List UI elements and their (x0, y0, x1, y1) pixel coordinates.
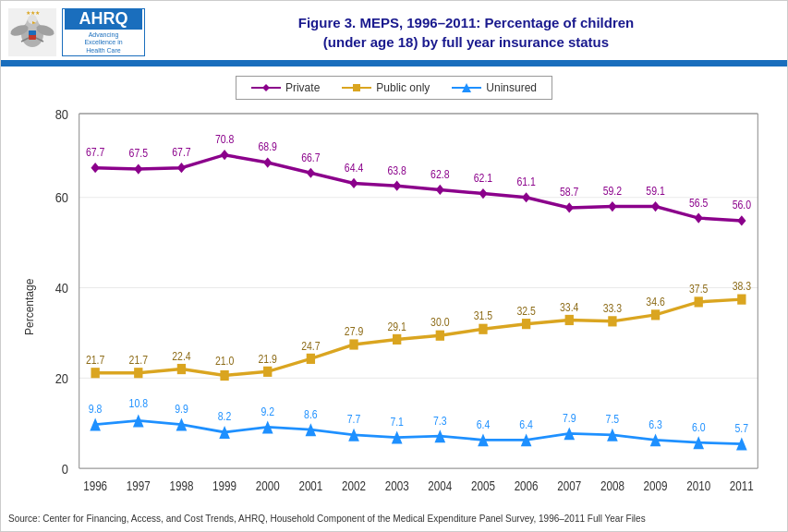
svg-text:29.1: 29.1 (387, 320, 406, 332)
svg-text:2008: 2008 (600, 478, 624, 493)
svg-text:6.0: 6.0 (692, 421, 706, 433)
svg-text:7.5: 7.5 (606, 413, 620, 425)
legend-uninsured-icon (452, 82, 481, 93)
chart-title: Figure 3. MEPS, 1996–2011: Percentage of… (156, 13, 776, 52)
svg-text:2009: 2009 (644, 478, 668, 493)
svg-text:67.7: 67.7 (172, 146, 190, 158)
svg-text:59.1: 59.1 (646, 185, 664, 197)
svg-rect-89 (608, 316, 616, 326)
svg-marker-13 (262, 84, 270, 91)
svg-text:9.8: 9.8 (89, 403, 103, 415)
y-axis-label: Percentage (19, 107, 36, 507)
hhs-logo: ★★★ (8, 8, 56, 56)
svg-text:1997: 1997 (127, 478, 151, 493)
svg-text:67.5: 67.5 (129, 148, 148, 160)
svg-text:37.5: 37.5 (689, 283, 708, 295)
svg-text:7.7: 7.7 (347, 413, 361, 425)
svg-text:62.8: 62.8 (430, 168, 449, 180)
svg-text:6.4: 6.4 (477, 418, 491, 430)
svg-text:2007: 2007 (557, 478, 581, 493)
svg-text:33.4: 33.4 (560, 301, 579, 313)
chart-svg: 0 20 40 60 80 1996 1997 1998 1999 2000 2… (36, 107, 769, 507)
svg-marker-46 (134, 163, 142, 174)
svg-marker-58 (651, 201, 660, 212)
svg-rect-88 (565, 315, 574, 325)
svg-rect-86 (479, 324, 487, 334)
svg-rect-92 (737, 295, 746, 305)
svg-text:2003: 2003 (385, 478, 409, 493)
svg-text:6.3: 6.3 (649, 418, 662, 430)
svg-text:8.2: 8.2 (218, 411, 232, 423)
svg-text:2002: 2002 (342, 478, 366, 493)
svg-text:70.8: 70.8 (215, 133, 234, 145)
svg-text:7.1: 7.1 (390, 416, 404, 428)
private-line (95, 155, 742, 221)
source-text: Source: Center for Financing, Access, an… (1, 507, 787, 531)
svg-text:9.2: 9.2 (261, 405, 274, 417)
svg-text:27.9: 27.9 (345, 325, 363, 337)
svg-text:68.9: 68.9 (259, 141, 277, 153)
svg-text:★★★: ★★★ (26, 10, 40, 16)
svg-text:24.7: 24.7 (301, 340, 320, 352)
svg-rect-90 (651, 309, 660, 320)
svg-text:40: 40 (55, 280, 68, 296)
svg-text:31.5: 31.5 (474, 310, 492, 322)
svg-text:59.2: 59.2 (603, 185, 622, 197)
svg-text:67.7: 67.7 (86, 146, 104, 158)
svg-rect-84 (393, 334, 401, 345)
svg-text:58.7: 58.7 (560, 187, 578, 199)
legend-private: Private (251, 81, 320, 94)
svg-text:8.6: 8.6 (304, 408, 318, 420)
svg-rect-81 (263, 367, 272, 377)
svg-rect-91 (695, 296, 703, 307)
svg-marker-51 (349, 178, 358, 188)
header: ★★★ AHRQ Advancing Excellence in Health … (1, 1, 787, 63)
svg-text:7.3: 7.3 (433, 415, 447, 427)
private-marker-0 (91, 163, 99, 173)
svg-text:62.1: 62.1 (474, 172, 492, 184)
svg-text:20: 20 (55, 370, 68, 386)
svg-text:2001: 2001 (298, 478, 322, 493)
svg-marker-47 (177, 163, 186, 173)
logo-area: ★★★ AHRQ Advancing Excellence in Health … (8, 8, 156, 56)
svg-rect-82 (307, 354, 315, 364)
svg-text:21.7: 21.7 (129, 354, 148, 366)
svg-text:5.7: 5.7 (735, 422, 749, 434)
svg-text:2004: 2004 (428, 478, 452, 493)
svg-marker-48 (220, 150, 228, 160)
svg-text:2011: 2011 (730, 478, 754, 493)
legend: Private Public only Uninsured (236, 76, 552, 100)
public-line (95, 299, 742, 375)
svg-text:2010: 2010 (686, 478, 710, 493)
svg-text:1998: 1998 (169, 478, 193, 493)
chart-inner: 0 20 40 60 80 1996 1997 1998 1999 2000 2… (36, 107, 769, 507)
svg-rect-77 (91, 368, 99, 378)
svg-text:60: 60 (55, 189, 68, 205)
svg-text:61.1: 61.1 (516, 175, 535, 187)
svg-text:56.0: 56.0 (733, 199, 751, 211)
svg-marker-60 (737, 215, 746, 225)
svg-text:56.5: 56.5 (689, 197, 708, 209)
svg-rect-80 (220, 370, 228, 381)
svg-rect-87 (522, 319, 530, 329)
svg-text:9.9: 9.9 (175, 403, 188, 415)
uninsured-line (95, 420, 742, 443)
svg-text:21.9: 21.9 (259, 353, 277, 365)
svg-text:34.6: 34.6 (646, 296, 664, 308)
svg-text:33.3: 33.3 (603, 302, 622, 314)
svg-text:2000: 2000 (256, 478, 280, 493)
legend-public-icon (342, 82, 371, 93)
svg-text:7.9: 7.9 (563, 412, 576, 424)
svg-rect-79 (177, 364, 186, 374)
svg-text:21.0: 21.0 (215, 355, 234, 367)
svg-marker-59 (695, 213, 703, 224)
chart-wrapper: Percentage (19, 107, 769, 507)
svg-text:21.7: 21.7 (86, 354, 104, 366)
page-container: ★★★ AHRQ Advancing Excellence in Health … (0, 0, 788, 532)
svg-text:66.7: 66.7 (301, 151, 320, 163)
svg-text:64.4: 64.4 (345, 162, 364, 174)
svg-marker-57 (608, 201, 616, 212)
svg-marker-53 (436, 185, 444, 195)
svg-rect-83 (349, 339, 358, 349)
svg-marker-52 (393, 181, 401, 191)
